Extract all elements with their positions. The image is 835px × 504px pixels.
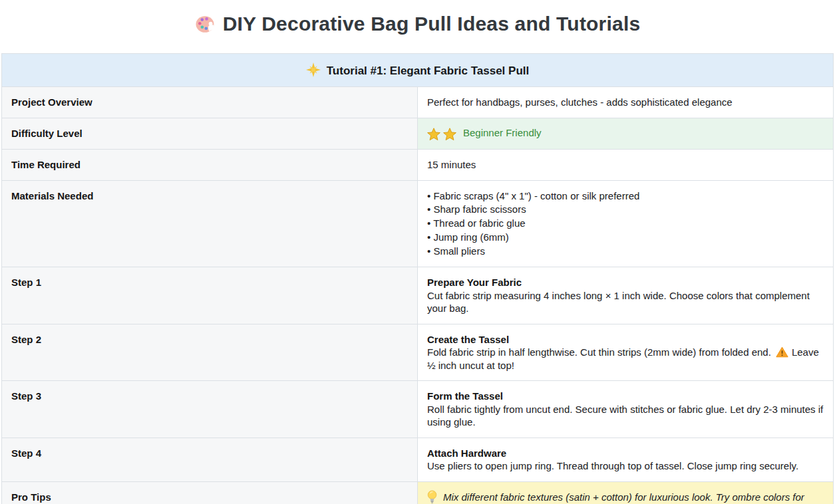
step-2-text-line: Fold fabric strip in half lengthwise. Cu… — [427, 346, 824, 372]
warning-icon — [771, 346, 792, 358]
tutorial-table: Tutorial #1: Elegant Fabric Tassel Pull … — [1, 53, 834, 504]
materials-item: Thread or fabric glue — [427, 217, 824, 231]
row-label-difficulty: Difficulty Level — [2, 118, 418, 150]
star-icon — [427, 128, 440, 140]
protip-text: Mix different fabric textures (satin + c… — [427, 491, 804, 504]
table-row-step-3: Step 3 Form the Tassel Roll fabric tight… — [2, 381, 834, 438]
step-2-cell: Create the Tassel Fold fabric strip in h… — [418, 324, 834, 381]
light-bulb-icon — [427, 491, 443, 503]
row-label-step-2: Step 2 — [2, 324, 418, 381]
difficulty-text: Beginner Friendly — [463, 127, 542, 138]
glowing-star-icon — [306, 64, 327, 77]
row-label-overview: Project Overview — [2, 87, 418, 118]
step-4-text: Use pliers to open jump ring. Thread thr… — [427, 459, 824, 473]
row-label-time: Time Required — [2, 150, 418, 181]
table-row-time: Time Required 15 minutes — [2, 150, 834, 181]
step-1-cell: Prepare Your Fabric Cut fabric strip mea… — [418, 267, 834, 324]
row-label-step-4: Step 4 — [2, 438, 418, 481]
materials-item: Jump ring (6mm) — [427, 231, 824, 245]
table-row-step-4: Step 4 Attach Hardware Use pliers to ope… — [2, 438, 834, 481]
star-icon — [443, 128, 456, 140]
step-3-text: Roll fabric tightly from uncut end. Secu… — [427, 403, 824, 429]
tutorial-header: Tutorial #1: Elegant Fabric Tassel Pull — [2, 54, 834, 87]
materials-list: Fabric scraps (4" x 1") - cotton or silk… — [418, 180, 834, 267]
step-1-text: Cut fabric strip measuring 4 inches long… — [427, 289, 824, 315]
tutorial-header-row: Tutorial #1: Elegant Fabric Tassel Pull — [2, 54, 834, 87]
materials-item: Small pliers — [427, 245, 824, 259]
row-label-step-1: Step 1 — [2, 267, 418, 324]
table-row-materials: Materials Needed Fabric scraps (4" x 1")… — [2, 180, 834, 267]
step-2-text: Fold fabric strip in half lengthwise. Cu… — [427, 346, 771, 358]
step-2-title: Create the Tassel — [427, 333, 824, 346]
overview-text: Perfect for handbags, purses, clutches -… — [418, 87, 834, 118]
page-title-text: DIY Decorative Bag Pull Ideas and Tutori… — [223, 13, 641, 35]
step-3-title: Form the Tassel — [427, 390, 824, 403]
row-label-protips: Pro Tips — [2, 481, 418, 504]
materials-item: Sharp fabric scissors — [427, 203, 824, 217]
page-title: DIY Decorative Bag Pull Ideas and Tutori… — [0, 13, 835, 35]
table-row-protips: Pro Tips Mix different fabric textures (… — [2, 481, 834, 504]
table-row-difficulty: Difficulty Level Beginner Friendly — [2, 118, 834, 150]
tutorial-header-text: Tutorial #1: Elegant Fabric Tassel Pull — [327, 64, 530, 77]
palette-icon — [195, 13, 223, 35]
difficulty-cell: Beginner Friendly — [418, 118, 834, 150]
table-row-overview: Project Overview Perfect for handbags, p… — [2, 87, 834, 118]
table-row-step-2: Step 2 Create the Tassel Fold fabric str… — [2, 324, 834, 381]
row-label-materials: Materials Needed — [2, 180, 418, 267]
step-1-title: Prepare Your Fabric — [427, 276, 824, 289]
row-label-step-3: Step 3 — [2, 381, 418, 438]
protip-cell: Mix different fabric textures (satin + c… — [418, 481, 834, 504]
step-4-title: Attach Hardware — [427, 447, 824, 460]
step-3-cell: Form the Tassel Roll fabric tightly from… — [418, 381, 834, 438]
step-4-cell: Attach Hardware Use pliers to open jump … — [418, 438, 834, 481]
materials-item: Fabric scraps (4" x 1") - cotton or silk… — [427, 189, 824, 203]
time-text: 15 minutes — [418, 150, 834, 181]
table-row-step-1: Step 1 Prepare Your Fabric Cut fabric st… — [2, 267, 834, 324]
